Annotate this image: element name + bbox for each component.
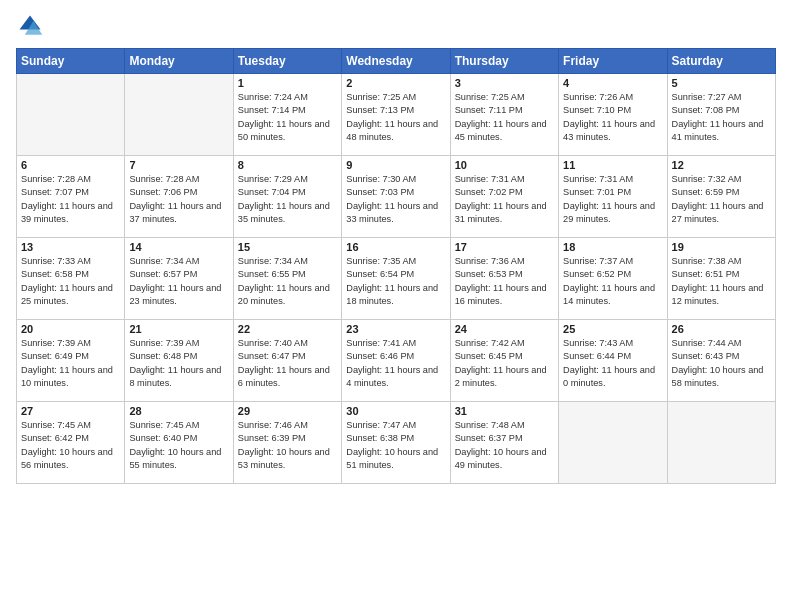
calendar-cell: 21Sunrise: 7:39 AM Sunset: 6:48 PM Dayli… bbox=[125, 320, 233, 402]
day-number: 8 bbox=[238, 159, 337, 171]
calendar-cell: 9Sunrise: 7:30 AM Sunset: 7:03 PM Daylig… bbox=[342, 156, 450, 238]
calendar-cell bbox=[17, 74, 125, 156]
calendar-cell: 25Sunrise: 7:43 AM Sunset: 6:44 PM Dayli… bbox=[559, 320, 667, 402]
week-row-5: 27Sunrise: 7:45 AM Sunset: 6:42 PM Dayli… bbox=[17, 402, 776, 484]
day-info: Sunrise: 7:38 AM Sunset: 6:51 PM Dayligh… bbox=[672, 255, 771, 308]
calendar-cell: 13Sunrise: 7:33 AM Sunset: 6:58 PM Dayli… bbox=[17, 238, 125, 320]
calendar-cell: 12Sunrise: 7:32 AM Sunset: 6:59 PM Dayli… bbox=[667, 156, 775, 238]
calendar-cell: 3Sunrise: 7:25 AM Sunset: 7:11 PM Daylig… bbox=[450, 74, 558, 156]
calendar-cell bbox=[125, 74, 233, 156]
week-row-3: 13Sunrise: 7:33 AM Sunset: 6:58 PM Dayli… bbox=[17, 238, 776, 320]
calendar-cell: 15Sunrise: 7:34 AM Sunset: 6:55 PM Dayli… bbox=[233, 238, 341, 320]
day-number: 17 bbox=[455, 241, 554, 253]
day-info: Sunrise: 7:35 AM Sunset: 6:54 PM Dayligh… bbox=[346, 255, 445, 308]
calendar-cell: 24Sunrise: 7:42 AM Sunset: 6:45 PM Dayli… bbox=[450, 320, 558, 402]
calendar-container: SundayMondayTuesdayWednesdayThursdayFrid… bbox=[0, 0, 792, 612]
day-info: Sunrise: 7:28 AM Sunset: 7:06 PM Dayligh… bbox=[129, 173, 228, 226]
calendar-cell: 5Sunrise: 7:27 AM Sunset: 7:08 PM Daylig… bbox=[667, 74, 775, 156]
calendar-cell: 23Sunrise: 7:41 AM Sunset: 6:46 PM Dayli… bbox=[342, 320, 450, 402]
day-info: Sunrise: 7:29 AM Sunset: 7:04 PM Dayligh… bbox=[238, 173, 337, 226]
day-number: 19 bbox=[672, 241, 771, 253]
day-info: Sunrise: 7:45 AM Sunset: 6:42 PM Dayligh… bbox=[21, 419, 120, 472]
calendar-cell: 8Sunrise: 7:29 AM Sunset: 7:04 PM Daylig… bbox=[233, 156, 341, 238]
day-number: 24 bbox=[455, 323, 554, 335]
day-number: 7 bbox=[129, 159, 228, 171]
day-info: Sunrise: 7:41 AM Sunset: 6:46 PM Dayligh… bbox=[346, 337, 445, 390]
day-number: 6 bbox=[21, 159, 120, 171]
calendar-cell: 6Sunrise: 7:28 AM Sunset: 7:07 PM Daylig… bbox=[17, 156, 125, 238]
day-info: Sunrise: 7:25 AM Sunset: 7:11 PM Dayligh… bbox=[455, 91, 554, 144]
day-info: Sunrise: 7:39 AM Sunset: 6:49 PM Dayligh… bbox=[21, 337, 120, 390]
day-info: Sunrise: 7:39 AM Sunset: 6:48 PM Dayligh… bbox=[129, 337, 228, 390]
day-number: 3 bbox=[455, 77, 554, 89]
day-number: 28 bbox=[129, 405, 228, 417]
calendar-cell: 1Sunrise: 7:24 AM Sunset: 7:14 PM Daylig… bbox=[233, 74, 341, 156]
day-number: 25 bbox=[563, 323, 662, 335]
day-number: 16 bbox=[346, 241, 445, 253]
day-number: 15 bbox=[238, 241, 337, 253]
day-info: Sunrise: 7:46 AM Sunset: 6:39 PM Dayligh… bbox=[238, 419, 337, 472]
day-number: 1 bbox=[238, 77, 337, 89]
day-number: 5 bbox=[672, 77, 771, 89]
calendar-cell: 31Sunrise: 7:48 AM Sunset: 6:37 PM Dayli… bbox=[450, 402, 558, 484]
day-number: 30 bbox=[346, 405, 445, 417]
calendar-cell: 20Sunrise: 7:39 AM Sunset: 6:49 PM Dayli… bbox=[17, 320, 125, 402]
calendar-cell: 4Sunrise: 7:26 AM Sunset: 7:10 PM Daylig… bbox=[559, 74, 667, 156]
week-row-4: 20Sunrise: 7:39 AM Sunset: 6:49 PM Dayli… bbox=[17, 320, 776, 402]
day-info: Sunrise: 7:31 AM Sunset: 7:01 PM Dayligh… bbox=[563, 173, 662, 226]
day-info: Sunrise: 7:33 AM Sunset: 6:58 PM Dayligh… bbox=[21, 255, 120, 308]
day-number: 23 bbox=[346, 323, 445, 335]
day-info: Sunrise: 7:28 AM Sunset: 7:07 PM Dayligh… bbox=[21, 173, 120, 226]
calendar-cell: 14Sunrise: 7:34 AM Sunset: 6:57 PM Dayli… bbox=[125, 238, 233, 320]
logo-icon bbox=[16, 12, 44, 40]
calendar-cell: 22Sunrise: 7:40 AM Sunset: 6:47 PM Dayli… bbox=[233, 320, 341, 402]
day-info: Sunrise: 7:34 AM Sunset: 6:55 PM Dayligh… bbox=[238, 255, 337, 308]
calendar-cell: 19Sunrise: 7:38 AM Sunset: 6:51 PM Dayli… bbox=[667, 238, 775, 320]
day-info: Sunrise: 7:48 AM Sunset: 6:37 PM Dayligh… bbox=[455, 419, 554, 472]
day-number: 31 bbox=[455, 405, 554, 417]
calendar-cell: 27Sunrise: 7:45 AM Sunset: 6:42 PM Dayli… bbox=[17, 402, 125, 484]
day-info: Sunrise: 7:31 AM Sunset: 7:02 PM Dayligh… bbox=[455, 173, 554, 226]
calendar-cell: 29Sunrise: 7:46 AM Sunset: 6:39 PM Dayli… bbox=[233, 402, 341, 484]
day-number: 18 bbox=[563, 241, 662, 253]
week-row-1: 1Sunrise: 7:24 AM Sunset: 7:14 PM Daylig… bbox=[17, 74, 776, 156]
day-number: 20 bbox=[21, 323, 120, 335]
day-number: 10 bbox=[455, 159, 554, 171]
day-number: 2 bbox=[346, 77, 445, 89]
calendar-table: SundayMondayTuesdayWednesdayThursdayFrid… bbox=[16, 48, 776, 484]
day-info: Sunrise: 7:44 AM Sunset: 6:43 PM Dayligh… bbox=[672, 337, 771, 390]
calendar-cell: 2Sunrise: 7:25 AM Sunset: 7:13 PM Daylig… bbox=[342, 74, 450, 156]
calendar-cell: 7Sunrise: 7:28 AM Sunset: 7:06 PM Daylig… bbox=[125, 156, 233, 238]
calendar-cell: 28Sunrise: 7:45 AM Sunset: 6:40 PM Dayli… bbox=[125, 402, 233, 484]
day-header-friday: Friday bbox=[559, 49, 667, 74]
day-number: 9 bbox=[346, 159, 445, 171]
day-number: 4 bbox=[563, 77, 662, 89]
day-number: 11 bbox=[563, 159, 662, 171]
day-info: Sunrise: 7:36 AM Sunset: 6:53 PM Dayligh… bbox=[455, 255, 554, 308]
day-info: Sunrise: 7:45 AM Sunset: 6:40 PM Dayligh… bbox=[129, 419, 228, 472]
day-header-tuesday: Tuesday bbox=[233, 49, 341, 74]
day-header-wednesday: Wednesday bbox=[342, 49, 450, 74]
day-info: Sunrise: 7:26 AM Sunset: 7:10 PM Dayligh… bbox=[563, 91, 662, 144]
calendar-cell: 30Sunrise: 7:47 AM Sunset: 6:38 PM Dayli… bbox=[342, 402, 450, 484]
day-info: Sunrise: 7:37 AM Sunset: 6:52 PM Dayligh… bbox=[563, 255, 662, 308]
calendar-cell: 17Sunrise: 7:36 AM Sunset: 6:53 PM Dayli… bbox=[450, 238, 558, 320]
day-info: Sunrise: 7:43 AM Sunset: 6:44 PM Dayligh… bbox=[563, 337, 662, 390]
calendar-cell: 16Sunrise: 7:35 AM Sunset: 6:54 PM Dayli… bbox=[342, 238, 450, 320]
day-number: 14 bbox=[129, 241, 228, 253]
day-info: Sunrise: 7:42 AM Sunset: 6:45 PM Dayligh… bbox=[455, 337, 554, 390]
week-row-2: 6Sunrise: 7:28 AM Sunset: 7:07 PM Daylig… bbox=[17, 156, 776, 238]
day-number: 26 bbox=[672, 323, 771, 335]
day-number: 27 bbox=[21, 405, 120, 417]
day-number: 29 bbox=[238, 405, 337, 417]
day-info: Sunrise: 7:30 AM Sunset: 7:03 PM Dayligh… bbox=[346, 173, 445, 226]
header-row: SundayMondayTuesdayWednesdayThursdayFrid… bbox=[17, 49, 776, 74]
day-header-monday: Monday bbox=[125, 49, 233, 74]
calendar-cell bbox=[559, 402, 667, 484]
day-info: Sunrise: 7:32 AM Sunset: 6:59 PM Dayligh… bbox=[672, 173, 771, 226]
calendar-cell: 10Sunrise: 7:31 AM Sunset: 7:02 PM Dayli… bbox=[450, 156, 558, 238]
day-info: Sunrise: 7:24 AM Sunset: 7:14 PM Dayligh… bbox=[238, 91, 337, 144]
day-number: 13 bbox=[21, 241, 120, 253]
calendar-cell bbox=[667, 402, 775, 484]
day-info: Sunrise: 7:40 AM Sunset: 6:47 PM Dayligh… bbox=[238, 337, 337, 390]
